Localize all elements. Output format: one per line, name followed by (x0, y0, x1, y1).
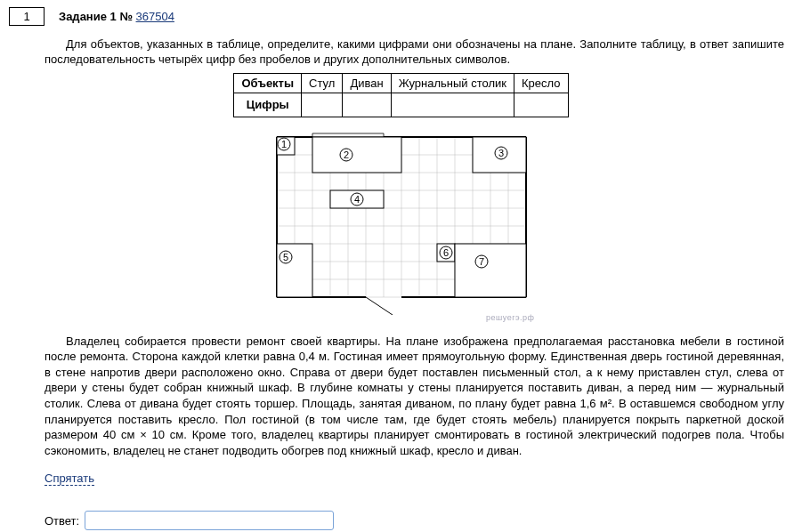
task-title: Задание 1 № 367504 (59, 10, 174, 23)
svg-line-35 (366, 297, 393, 315)
svg-rect-37 (312, 137, 401, 173)
answer-row: Ответ: (45, 511, 793, 530)
cell-value-0 (302, 93, 343, 117)
answer-label: Ответ: (45, 514, 79, 528)
plan-label-6: 6 (442, 247, 448, 258)
plan-label-5: 5 (282, 252, 288, 262)
hide-button[interactable]: Спрятать (45, 472, 94, 486)
floorplan-svg: 1 2 3 4 5 6 7 (268, 128, 535, 315)
objects-table: Объекты Стул Диван Журнальный столик Кре… (233, 73, 568, 117)
task-number-box: 1 (9, 7, 45, 26)
task-description: Владелец собирается провести ремонт свое… (45, 334, 784, 458)
plan-label-2: 2 (343, 149, 348, 160)
floorplan-container: 1 2 3 4 5 6 7 решуегэ.рф (268, 128, 535, 322)
plan-label-3: 3 (498, 148, 503, 158)
table-row-headers: Объекты Стул Диван Журнальный столик Кре… (234, 73, 568, 93)
answer-input[interactable] (85, 511, 334, 530)
cell-value-2 (391, 93, 514, 117)
svg-rect-42 (455, 244, 526, 297)
task-id-link[interactable]: 367504 (136, 10, 174, 23)
col-header-3: Кресло (514, 73, 569, 93)
plan-label-4: 4 (353, 194, 359, 205)
plan-watermark: решуегэ.рф (268, 313, 535, 322)
plan-label-7: 7 (478, 256, 483, 267)
col-header-0: Стул (302, 73, 343, 93)
row-label-objects: Объекты (234, 73, 302, 93)
col-header-2: Журнальный столик (391, 73, 514, 93)
cell-value-3 (514, 93, 569, 117)
task-label: Задание 1 (59, 10, 117, 23)
task-intro: Для объектов, указанных в таблице, опред… (45, 37, 784, 68)
task-id-prefix: № (119, 10, 133, 23)
table-row-values: Цифры (234, 93, 568, 117)
col-header-1: Диван (343, 73, 391, 93)
task-header: 1 Задание 1 № 367504 (9, 7, 793, 26)
cell-value-1 (343, 93, 391, 117)
row-label-digits: Цифры (234, 93, 302, 117)
plan-label-1: 1 (280, 139, 286, 149)
